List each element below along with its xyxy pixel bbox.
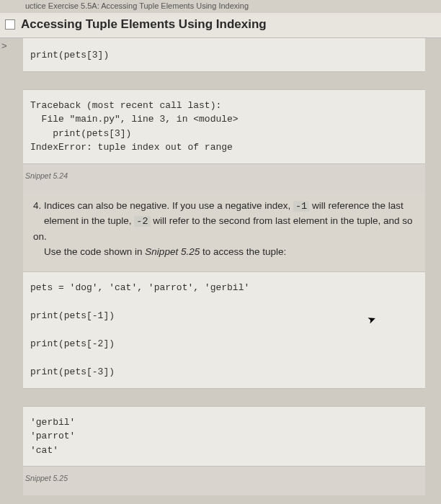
prose-text: element in the tuple, bbox=[44, 215, 134, 226]
step-number: 4. bbox=[33, 200, 41, 211]
code-inline-neg2: -2 bbox=[134, 216, 150, 227]
code-output-block-2: 'gerbil' 'parrot' 'cat' bbox=[23, 406, 425, 467]
collapse-caret-icon[interactable]: > bbox=[1, 40, 7, 51]
breadcrumb: uctice Exercise 5.5A: Accessing Tuple El… bbox=[0, 0, 441, 13]
header-checkbox-icon bbox=[5, 19, 15, 30]
snippet-label-2: Snippet 5.25 bbox=[23, 467, 425, 495]
code-input-block: print(pets[3]) bbox=[23, 38, 425, 72]
code-output-traceback: Traceback (most recent call last): File … bbox=[23, 89, 425, 164]
page-title: Accessing Tuple Elements Using Indexing bbox=[21, 17, 267, 32]
prose-text: to access the tuple: bbox=[200, 246, 286, 257]
instruction-paragraph: 4. Indices can also be negative. If you … bbox=[23, 193, 425, 272]
prose-text: Use the code shown in bbox=[44, 246, 145, 257]
prose-text: Indices can also be negative. If you use… bbox=[44, 200, 293, 211]
page-header: Accessing Tuple Elements Using Indexing bbox=[0, 13, 441, 38]
snippet-label-1: Snippet 5.24 bbox=[23, 164, 425, 193]
prose-text: will reference the last bbox=[309, 200, 404, 211]
content-area: print(pets[3]) Traceback (most recent ca… bbox=[0, 38, 441, 495]
snippet-reference: Snippet 5.25 bbox=[145, 246, 200, 257]
code-inline-neg1: -1 bbox=[293, 201, 309, 212]
code-input-block-2: pets = 'dog', 'cat', 'parrot', 'gerbil' … bbox=[23, 271, 425, 389]
